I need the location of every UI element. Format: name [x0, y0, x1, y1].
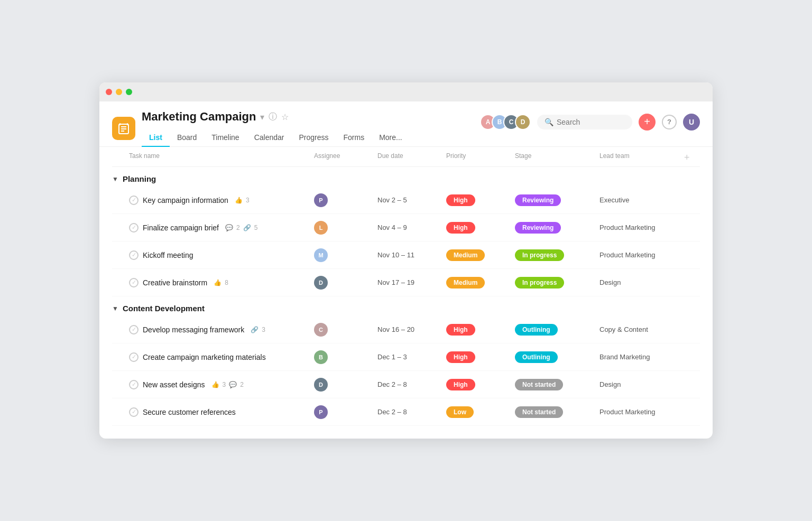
task-name-cell: ✓ Finalize campaign brief 💬 2 🔗 5: [112, 223, 314, 232]
assignee-cell: L: [314, 221, 377, 235]
stage-badge: Reviewing: [515, 194, 561, 206]
search-bar[interactable]: 🔍: [537, 115, 632, 129]
priority-medium-badge: Medium: [446, 277, 485, 289]
task-meta: 👍 3 💬 2: [211, 381, 244, 388]
chevron-down-icon[interactable]: ▾: [260, 112, 264, 122]
link-icon: 🔗: [251, 326, 259, 333]
user-avatar[interactable]: U: [683, 114, 700, 131]
tab-calendar[interactable]: Calendar: [247, 129, 292, 147]
maximize-dot[interactable]: [126, 89, 132, 95]
nav-tabs: List Board Timeline Calendar Progress Fo…: [142, 129, 474, 146]
due-date: Dec 2 – 8: [377, 380, 446, 388]
assignee-avatar: M: [314, 248, 328, 262]
table-row: ✓ Create campaign marketing materials B …: [112, 343, 700, 371]
assignee-cell: P: [314, 193, 377, 207]
meta-count: 3: [262, 326, 265, 333]
title-icons: ▾ ⓘ ☆: [260, 111, 289, 123]
tab-progress[interactable]: Progress: [291, 129, 336, 147]
help-button[interactable]: ?: [662, 115, 677, 129]
tab-board[interactable]: Board: [170, 129, 204, 147]
task-meta: 👍 3: [235, 197, 250, 204]
task-check[interactable]: ✓: [129, 352, 139, 362]
assignee-avatar: L: [314, 221, 328, 235]
assignee-avatar: P: [314, 193, 328, 207]
task-check[interactable]: ✓: [129, 250, 139, 260]
task-name: Kickoff meeting: [143, 251, 193, 259]
task-check[interactable]: ✓: [129, 278, 139, 287]
app-icon: [112, 117, 135, 140]
search-icon: 🔍: [545, 118, 553, 126]
task-check[interactable]: ✓: [129, 223, 139, 232]
section-planning-header[interactable]: ▼ Planning: [112, 167, 700, 187]
search-input[interactable]: [557, 118, 625, 126]
task-check[interactable]: ✓: [129, 325, 139, 334]
titlebar: [99, 82, 713, 101]
task-name-cell: ✓ Key campaign information 👍 3: [112, 196, 314, 205]
task-name-cell: ✓ Creative brainstorm 👍 8: [112, 278, 314, 287]
minimize-dot[interactable]: [116, 89, 122, 95]
lead-team: Product Marketing: [599, 224, 684, 231]
task-check[interactable]: ✓: [129, 196, 139, 205]
tab-timeline[interactable]: Timeline: [204, 129, 246, 147]
meta-count: 3: [246, 197, 250, 204]
table-row: ✓ Creative brainstorm 👍 8 D Nov 17 – 19 …: [112, 269, 700, 296]
priority-badge: High: [446, 194, 515, 206]
lead-team: Design: [599, 380, 684, 388]
add-button[interactable]: +: [639, 114, 656, 131]
task-name: Develop messaging framework: [143, 325, 244, 334]
task-name: Creative brainstorm: [143, 278, 207, 287]
info-icon[interactable]: ⓘ: [269, 111, 277, 123]
section-content-header[interactable]: ▼ Content Development: [112, 296, 700, 316]
lead-team: Executive: [599, 196, 684, 204]
assignee-cell: B: [314, 350, 377, 364]
col-priority: Priority: [446, 152, 515, 163]
project-title: Marketing Campaign: [142, 110, 256, 124]
table-row: ✓ Secure customer references P Dec 2 – 8…: [112, 398, 700, 426]
task-name: Finalize campaign brief: [143, 224, 219, 232]
add-column-button[interactable]: +: [684, 152, 700, 163]
lead-team: Product Marketing: [599, 251, 684, 259]
stage-badge-cell: Not started: [515, 406, 599, 418]
stage-badge-cell: Reviewing: [515, 222, 599, 234]
stage-badge-cell: In progress: [515, 277, 599, 289]
task-check[interactable]: ✓: [129, 407, 139, 417]
link-icon: 🔗: [243, 224, 251, 231]
priority-high-badge: High: [446, 222, 475, 234]
priority-badge: High: [446, 222, 515, 234]
col-task-name: Task name: [129, 152, 314, 163]
priority-medium-badge: Medium: [446, 249, 485, 261]
due-date: Dec 2 – 8: [377, 408, 446, 416]
task-name-cell: ✓ Secure customer references: [112, 407, 314, 417]
task-name: New asset designs: [143, 380, 205, 389]
assignee-avatar: P: [314, 405, 328, 419]
task-meta: 🔗 3: [251, 326, 265, 333]
col-assignee: Assignee: [314, 152, 377, 163]
star-icon[interactable]: ☆: [281, 112, 289, 122]
tab-forms[interactable]: Forms: [336, 129, 372, 147]
lead-team: Product Marketing: [599, 408, 684, 416]
priority-badge: Medium: [446, 277, 515, 289]
thumbs-up-icon: 👍: [211, 381, 219, 388]
stage-badge: Reviewing: [515, 222, 561, 234]
stage-badge-cell: Reviewing: [515, 194, 599, 206]
assignee-cell: D: [314, 276, 377, 290]
comment-icon: 💬: [225, 224, 233, 231]
section-planning-title: Planning: [123, 174, 156, 183]
tab-more[interactable]: More...: [372, 129, 410, 147]
header: Marketing Campaign ▾ ⓘ ☆ List Board Time…: [99, 101, 713, 147]
task-name: Create campaign marketing materials: [143, 353, 266, 361]
meta-count: 3: [223, 381, 226, 388]
priority-high-badge: High: [446, 324, 475, 336]
task-check[interactable]: ✓: [129, 380, 139, 389]
priority-badge: High: [446, 324, 515, 336]
priority-badge: High: [446, 379, 515, 390]
app-window: Marketing Campaign ▾ ⓘ ☆ List Board Time…: [99, 82, 713, 439]
section-content-title: Content Development: [123, 304, 205, 313]
section-planning-arrow: ▼: [112, 175, 118, 183]
section-planning: ▼ Planning ✓ Key campaign information 👍 …: [112, 167, 700, 296]
tab-list[interactable]: List: [142, 129, 170, 147]
title-row: Marketing Campaign ▾ ⓘ ☆: [142, 110, 474, 124]
task-meta: 👍 8: [214, 279, 228, 286]
close-dot[interactable]: [106, 89, 112, 95]
due-date: Nov 4 – 9: [377, 224, 446, 231]
